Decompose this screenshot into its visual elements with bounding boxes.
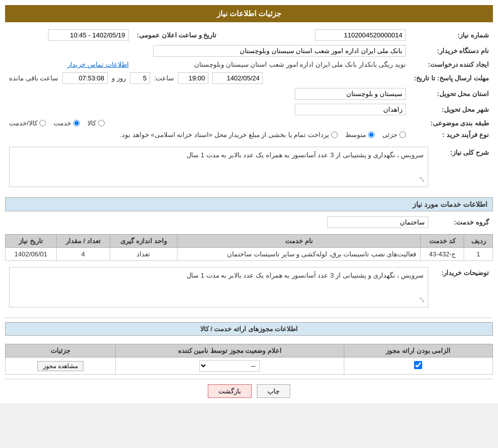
license-table: الزامی بودن ارائه مجوز اعلام وضعیت مجوز …: [5, 344, 493, 375]
city-label: شهر محل تحویل:: [410, 102, 493, 117]
request-number-value: [220, 27, 410, 43]
col-quantity: تعداد / مقدار: [57, 235, 110, 248]
separator-2: [5, 379, 493, 379]
creator-text: نوید ریگی بانکدار بانک ملی ایران اداره ا…: [194, 61, 406, 68]
deadline-row: ساعت باقی مانده روز و ساعت:: [5, 70, 410, 86]
description-value: سرویس ، نگهداری و پشتیبانی از 3 عدد آسان…: [5, 145, 432, 193]
separator-1: [5, 318, 493, 318]
deadline-remaining-input[interactable]: [62, 72, 108, 84]
cell-unit: تعداد: [110, 248, 177, 261]
print-button[interactable]: چاپ: [257, 384, 290, 398]
category-option-khadamat: خدمت: [54, 119, 80, 127]
process-note-label: پرداخت تمام یا بخشی از مبلغ خریدار محل «…: [120, 131, 329, 139]
resize-icon: ⤡: [419, 174, 425, 184]
page-title: جزئیات اطلاعات نیاز: [217, 9, 281, 18]
process-medium-label: متوسط: [345, 131, 366, 139]
buyer-notes-table: توضیحات خریدار: سرویس ، نگهداری و پشتیبا…: [5, 265, 493, 313]
cell-date: 1402/06/01: [6, 248, 57, 261]
col-status: اعلام وضعیت مجوز توسط نامین کننده: [116, 344, 344, 357]
col-service-name: نام خدمت: [177, 235, 421, 248]
deadline-time-label: ساعت:: [154, 74, 174, 82]
deadline-label: مهلت ارسال پاسخ: تا تاریخ:: [410, 70, 493, 86]
city-value: [5, 102, 410, 117]
process-option-note: پرداخت تمام یا بخشی از مبلغ خریدار محل «…: [120, 131, 337, 139]
province-input[interactable]: [295, 88, 406, 100]
process-option-small: جزئی: [382, 131, 406, 139]
cell-mandatory: [344, 357, 492, 375]
view-license-button[interactable]: مشاهده مجوز: [37, 361, 83, 371]
category-radios: کالا/خدمت خدمت کالا: [5, 117, 410, 129]
description-table: شرح کلی نیاز: سرویس ، نگهداری و پشتیبانی…: [5, 145, 493, 193]
category-khadamat-label: خدمت: [54, 119, 71, 127]
category-radio-kala[interactable]: [98, 120, 105, 126]
category-option-kala: کالا: [87, 119, 105, 127]
process-radio-small[interactable]: [399, 131, 406, 138]
col-row-num: ردیف: [464, 235, 493, 248]
description-box: سرویس ، نگهداری و پشتیبانی از 3 عدد آسان…: [9, 147, 428, 187]
service-group-table: گروه خدمت:: [5, 214, 493, 230]
spacer: [5, 339, 493, 344]
process-small-label: جزئی: [382, 131, 397, 139]
process-label: نوع فرآیند خرید :: [410, 129, 493, 141]
cell-details: مشاهده مجوز: [6, 357, 116, 375]
col-date: تاریخ نیاز: [6, 235, 57, 248]
deadline-days-input[interactable]: [130, 72, 150, 84]
request-number-input[interactable]: [315, 29, 406, 41]
announcement-date-label: تاریخ و ساعت اعلان عمومی:: [133, 27, 221, 43]
province-value: [5, 86, 410, 102]
resize-icon-2: ⤡: [419, 295, 425, 304]
category-radio-khadamat[interactable]: [73, 120, 80, 126]
process-radio-note[interactable]: [331, 131, 338, 138]
service-group-input[interactable]: [327, 216, 428, 228]
page-header: جزئیات اطلاعات نیاز: [5, 5, 493, 22]
cell-row-num: 1: [464, 248, 493, 261]
deadline-remaining-label: ساعت باقی مانده: [9, 74, 58, 82]
service-group-label: گروه خدمت:: [432, 214, 493, 230]
category-label: طبقه بندی موضوعی:: [410, 117, 493, 129]
mandatory-checkbox[interactable]: [414, 361, 422, 369]
table-row: 1 ج-432-43 فعالیت‌های نصب تاسیسات برق، ل…: [6, 248, 493, 261]
announcement-date-input[interactable]: [48, 29, 129, 41]
announcement-date-value: [5, 27, 133, 43]
buyer-org-label: نام دستگاه خریدار:: [410, 43, 493, 59]
buyer-notes-value: سرویس ، نگهداری و پشتیبانی از 3 عدد آسان…: [5, 265, 432, 313]
cell-service-code: ج-432-43: [421, 248, 464, 261]
button-group: چاپ بازگشت: [5, 384, 493, 398]
buyer-notes-label: توضیحات خریدار:: [432, 265, 493, 313]
process-radios: پرداخت تمام یا بخشی از مبلغ خریدار محل «…: [5, 129, 410, 141]
description-label: شرح کلی نیاز:: [432, 145, 493, 193]
col-service-code: کد خدمت: [421, 235, 464, 248]
col-details: جزئیات: [6, 344, 116, 357]
category-kala-label: کالا: [87, 119, 96, 127]
process-radio-medium[interactable]: [368, 131, 375, 138]
cell-quantity: 4: [57, 248, 110, 261]
category-radio-kala-khadamat[interactable]: [39, 120, 46, 126]
services-table: ردیف کد خدمت نام خدمت واحد اندازه گیری ت…: [5, 234, 493, 261]
buyer-org-value: [5, 43, 410, 59]
contact-link[interactable]: اطلاعات تماس خریدار: [67, 61, 128, 68]
deadline-days-label: روز و: [112, 74, 126, 82]
process-option-medium: متوسط: [345, 131, 375, 139]
buyer-org-input[interactable]: [153, 45, 406, 57]
description-text: سرویس ، نگهداری و پشتیبانی از 3 عدد آسان…: [14, 151, 424, 159]
request-number-label: شماره نیاز:: [410, 27, 493, 43]
creator-label: ایجاد کننده درخواست:: [410, 59, 493, 70]
main-info-table: شماره نیاز: تاریخ و ساعت اعلان عمومی: نا…: [5, 27, 493, 141]
license-section-header: اطلاعات مجوزهای ارائه خدمت / کالا: [5, 322, 493, 336]
cell-service-name: فعالیت‌های نصب تاسیسات برق، لوله‌کشی و س…: [177, 248, 421, 261]
category-option-kala-khadamat: کالا/خدمت: [9, 119, 46, 127]
col-unit: واحد اندازه گیری: [110, 235, 177, 248]
col-mandatory: الزامی بودن ارائه مجوز: [344, 344, 492, 357]
deadline-time-input[interactable]: [178, 72, 208, 84]
contact-link-cell: اطلاعات تماس خریدار: [5, 59, 133, 70]
deadline-date-input[interactable]: [212, 72, 263, 84]
buyer-notes-box: سرویس ، نگهداری و پشتیبانی از 3 عدد آسان…: [9, 267, 428, 307]
service-group-value: [5, 214, 432, 230]
city-input[interactable]: [295, 104, 406, 115]
buyer-notes-text: سرویس ، نگهداری و پشتیبانی از 3 عدد آسان…: [14, 272, 424, 279]
status-select[interactable]: --: [199, 360, 260, 372]
back-button[interactable]: بازگشت: [208, 384, 252, 398]
creator-value: نوید ریگی بانکدار بانک ملی ایران اداره ا…: [133, 59, 410, 70]
cell-status: --: [116, 357, 344, 375]
services-section-header: اطلاعات خدمات مورد نیاز: [5, 197, 493, 211]
